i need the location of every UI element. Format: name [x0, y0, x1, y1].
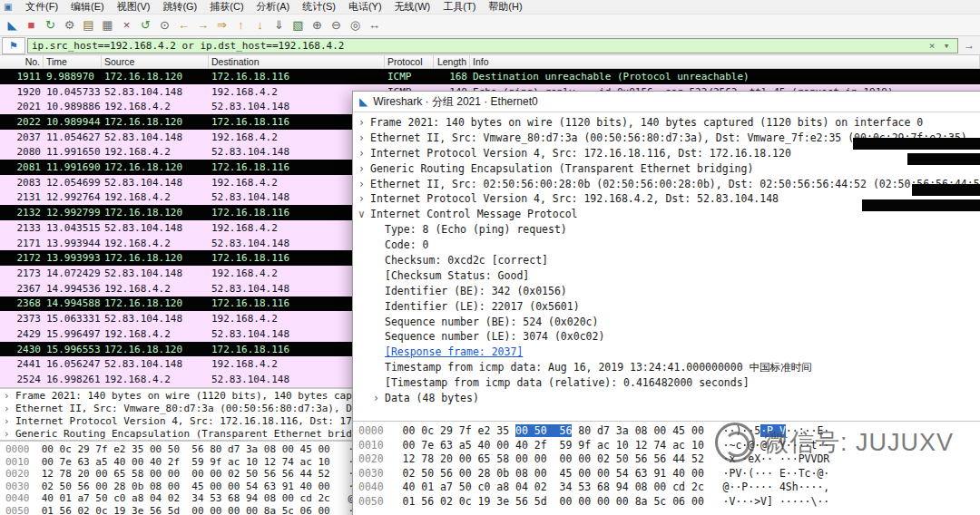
- tree-item[interactable]: ›Generic Routing Encapsulation (Transpar…: [353, 161, 980, 177]
- last-packet-icon[interactable]: ↓: [250, 16, 270, 34]
- hex-row[interactable]: 0050 01 56 02 0c 19 3e 56 5d 00 00 00 00…: [358, 495, 980, 510]
- stop-capture-icon[interactable]: ■: [22, 16, 41, 34]
- column-header-source[interactable]: Source: [102, 55, 209, 68]
- popup-title-bar[interactable]: ◣ Wireshark · 分组 2021 · Ethernet0: [353, 92, 980, 112]
- zoom-out-icon[interactable]: ⊖: [327, 16, 346, 34]
- selected-bytes: 00 50 56: [515, 424, 572, 437]
- clear-filter-icon[interactable]: ×: [925, 40, 939, 52]
- expander-icon[interactable]: ›: [358, 161, 370, 177]
- reload-icon[interactable]: ↺: [136, 16, 155, 34]
- tree-item[interactable]: ›Ethernet II, Src: 02:50:56:00:28:0b (02…: [353, 177, 980, 192]
- column-header-time[interactable]: Time: [44, 55, 102, 68]
- find-packet-icon[interactable]: ⊙: [155, 16, 174, 34]
- watermark: 微信号: JUJUXV: [715, 423, 954, 462]
- hex-offset: 0020: [5, 468, 42, 480]
- wireshark-window: ▣ 文件(F)编辑(E)视图(V)跳转(G)捕获(C)分析(A)统计(S)电话(…: [0, 0, 980, 515]
- tree-item[interactable]: Type: 8 (Echo (ping) request): [353, 222, 980, 238]
- column-header-info[interactable]: Info: [470, 55, 980, 68]
- column-header-protocol[interactable]: Protocol: [385, 55, 434, 68]
- response-frame-link[interactable]: [Response frame: 2037]: [385, 345, 523, 358]
- filter-input[interactable]: ip.src_host==192.168.4.2 or ip.dst_host=…: [27, 38, 958, 53]
- menu-bar: ▣ 文件(F)编辑(E)视图(V)跳转(G)捕获(C)分析(A)统计(S)电话(…: [0, 0, 980, 15]
- redaction-bar: [912, 184, 980, 196]
- tree-item[interactable]: ›Data (48 bytes): [353, 391, 980, 406]
- filter-text: ip.src_host==192.168.4.2 or ip.dst_host=…: [32, 40, 925, 52]
- menu-item[interactable]: 无线(W): [388, 0, 437, 14]
- column-header-length[interactable]: Length: [434, 55, 470, 68]
- hex-offset: 0050: [358, 495, 402, 508]
- tree-item[interactable]: Code: 0: [353, 238, 980, 253]
- hex-offset: 0030: [5, 481, 42, 492]
- menu-item[interactable]: 分析(A): [250, 0, 297, 14]
- expander-icon[interactable]: ›: [358, 115, 370, 131]
- menu-item[interactable]: 工具(T): [436, 0, 482, 14]
- go-back-icon[interactable]: ←: [174, 16, 193, 34]
- tree-item[interactable]: ›Frame 2021: 140 bytes on wire (1120 bit…: [353, 115, 980, 131]
- filter-bar: ⚑ ip.src_host==192.168.4.2 or ip.dst_hos…: [0, 36, 980, 55]
- restart-capture-icon[interactable]: ↻: [41, 16, 60, 34]
- column-header-destination[interactable]: Destination: [209, 55, 385, 68]
- hex-row[interactable]: 0040 40 01 a7 50 c0 a8 04 02 34 53 68 94…: [358, 481, 980, 495]
- tree-item[interactable]: Sequence number (BE): 524 (0x020c): [353, 315, 980, 330]
- close-file-icon[interactable]: ×: [117, 16, 136, 34]
- tree-item[interactable]: [Checksum Status: Good]: [353, 268, 980, 284]
- expander-icon[interactable]: ›: [4, 390, 15, 403]
- tree-item[interactable]: Sequence number (LE): 3074 (0x0c02): [353, 329, 980, 345]
- popup-detail-tree: ›Frame 2021: 140 bytes on wire (1120 bit…: [353, 112, 980, 421]
- capture-options-icon[interactable]: ⚙: [60, 16, 79, 34]
- menu-item[interactable]: 跳转(G): [156, 0, 203, 14]
- hex-offset: 0000: [358, 424, 402, 437]
- filter-bookmark-icon[interactable]: ⚑: [2, 37, 25, 54]
- app-icon: ▣: [4, 2, 15, 12]
- tree-item[interactable]: Timestamp from icmp data: Aug 16, 2019 1…: [353, 360, 980, 375]
- wireshark-icon: ◣: [359, 95, 368, 108]
- zoom-in-icon[interactable]: ⊕: [308, 16, 327, 34]
- zoom-original-icon[interactable]: ◎: [346, 16, 365, 34]
- expander-icon[interactable]: ›: [4, 403, 15, 415]
- first-packet-icon[interactable]: ↑: [231, 16, 250, 34]
- save-file-icon[interactable]: ▦: [98, 16, 117, 34]
- expander-icon[interactable]: ›: [358, 146, 370, 161]
- menu-item[interactable]: 文件(F): [19, 0, 64, 14]
- expander-icon[interactable]: ›: [358, 191, 370, 207]
- menu-item[interactable]: 帮助(H): [482, 0, 528, 14]
- tree-item[interactable]: Identifier (BE): 342 (0x0156): [353, 284, 980, 299]
- hex-row[interactable]: 0030 02 50 56 00 28 0b 08 00 45 00 00 54…: [358, 467, 980, 481]
- expander-icon[interactable]: ∨: [358, 207, 370, 222]
- open-file-icon[interactable]: ▤: [79, 16, 98, 34]
- resize-columns-icon[interactable]: ↔: [365, 16, 384, 34]
- expander-icon[interactable]: ›: [358, 131, 370, 146]
- go-to-packet-icon[interactable]: ⇒: [212, 16, 231, 34]
- apply-filter-icon[interactable]: →: [960, 38, 978, 53]
- popup-title-text: Wireshark · 分组 2021 · Ethernet0: [373, 94, 537, 110]
- start-capture-icon[interactable]: ◣: [3, 16, 22, 34]
- menu-bar-items: 文件(F)编辑(E)视图(V)跳转(G)捕获(C)分析(A)统计(S)电话(Y)…: [19, 0, 529, 14]
- tree-item[interactable]: [Timestamp from icmp data (relative): 0.…: [353, 375, 980, 391]
- column-header-no[interactable]: No.: [0, 55, 44, 68]
- menu-item[interactable]: 编辑(E): [64, 0, 111, 14]
- main-toolbar: ◣■↻⚙▤▦×↺⊙←→⇒↑↓⇓▧⊕⊖◎↔: [0, 15, 980, 36]
- hex-offset: 0040: [5, 492, 42, 504]
- expander-icon[interactable]: ›: [358, 177, 370, 192]
- expander-icon[interactable]: ›: [4, 415, 15, 428]
- tree-item[interactable]: [Response frame: 2037]: [353, 345, 980, 360]
- watermark-text: 微信号: JUJUXV: [764, 426, 954, 459]
- expander-icon[interactable]: ›: [373, 391, 385, 406]
- menu-item[interactable]: 统计(S): [296, 0, 342, 14]
- menu-item[interactable]: 视图(V): [111, 0, 157, 14]
- tree-item[interactable]: Identifier (LE): 22017 (0x5601): [353, 299, 980, 315]
- colorize-icon[interactable]: ▧: [289, 16, 308, 34]
- hex-offset: 0030: [358, 467, 402, 480]
- menu-item[interactable]: 捕获(C): [203, 0, 250, 14]
- tree-item[interactable]: Checksum: 0xcd2c [correct]: [353, 253, 980, 268]
- go-forward-icon[interactable]: →: [193, 16, 212, 34]
- redaction-bar: [907, 153, 980, 165]
- redaction-bar: [862, 199, 980, 211]
- hex-offset: 0000: [5, 443, 42, 455]
- menu-item[interactable]: 电话(Y): [342, 0, 388, 14]
- expander-icon[interactable]: ›: [4, 428, 15, 440]
- hex-offset: 0010: [5, 456, 42, 468]
- packet-row[interactable]: 19119.988970172.16.18.120172.16.18.116IC…: [0, 69, 980, 84]
- auto-scroll-icon[interactable]: ⇓: [270, 16, 289, 34]
- filter-dropdown-icon[interactable]: ▾: [939, 40, 954, 52]
